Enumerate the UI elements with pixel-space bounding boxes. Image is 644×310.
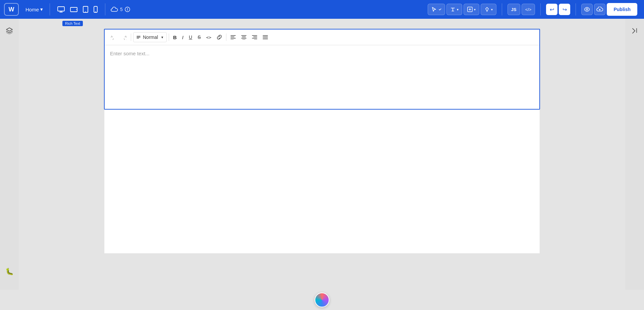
bottom-bar bbox=[0, 290, 644, 310]
publish-group: Publish bbox=[579, 3, 640, 16]
device-view-group bbox=[53, 5, 102, 14]
format-dropdown-label: Normal bbox=[143, 35, 158, 40]
toolbar-sep-1 bbox=[131, 34, 131, 41]
tablet-portrait-view-button[interactable] bbox=[81, 5, 90, 14]
nav-divider-2 bbox=[105, 3, 105, 15]
svg-rect-0 bbox=[58, 7, 64, 11]
history-group: JS </> bbox=[505, 4, 538, 15]
cloud-count: 5 bbox=[120, 7, 123, 12]
link-button[interactable] bbox=[215, 32, 224, 42]
editor-redo-button[interactable] bbox=[119, 32, 129, 42]
preview-button[interactable] bbox=[581, 4, 593, 15]
redo-button[interactable]: ↪ bbox=[559, 4, 570, 15]
svg-point-4 bbox=[85, 11, 86, 12]
inline-code-button[interactable]: <> bbox=[204, 32, 213, 42]
cursor-tool-button[interactable] bbox=[428, 4, 445, 15]
nav-divider-1 bbox=[50, 3, 50, 15]
home-chevron-icon: ▾ bbox=[40, 6, 43, 12]
right-toolbar-group: ▾ ▾ ▾ bbox=[425, 4, 499, 15]
editor-toolbar: Normal ▾ B I U S <> bbox=[105, 29, 539, 45]
bug-report-area: 🐛 bbox=[3, 265, 16, 278]
editor-undo-button[interactable] bbox=[109, 32, 118, 42]
strikethrough-button[interactable]: S bbox=[196, 32, 203, 42]
format-style-dropdown[interactable]: Normal ▾ bbox=[133, 32, 167, 42]
tablet-landscape-view-button[interactable] bbox=[68, 5, 79, 14]
underline-button[interactable]: U bbox=[187, 32, 194, 42]
mobile-view-button[interactable] bbox=[92, 5, 100, 14]
toolbar-sep-3 bbox=[226, 34, 226, 41]
logo-button[interactable]: W bbox=[4, 3, 19, 16]
save-to-cloud-button[interactable] bbox=[594, 4, 605, 15]
top-navigation: W Home ▾ bbox=[0, 0, 644, 19]
left-sidebar: 🐛 bbox=[0, 19, 19, 290]
bug-report-button[interactable]: 🐛 bbox=[3, 265, 16, 278]
desktop-view-button[interactable] bbox=[55, 5, 67, 14]
italic-button[interactable]: I bbox=[180, 32, 185, 42]
right-panel-button[interactable] bbox=[628, 24, 641, 37]
nav-divider-3 bbox=[502, 3, 502, 15]
shape-tool-button[interactable]: ▾ bbox=[481, 4, 496, 15]
format-dropdown-chevron: ▾ bbox=[161, 35, 163, 40]
undo-button[interactable]: ↩ bbox=[546, 4, 557, 15]
editor-placeholder: Enter some text... bbox=[110, 51, 150, 56]
align-justify-button[interactable] bbox=[261, 32, 270, 42]
home-button[interactable]: Home ▾ bbox=[21, 4, 47, 14]
svg-rect-1 bbox=[70, 7, 77, 12]
cloud-save-indicator: 5 bbox=[108, 7, 133, 12]
below-editor-area bbox=[104, 110, 540, 254]
code-editor-button[interactable]: </> bbox=[522, 4, 535, 15]
svg-point-6 bbox=[95, 11, 96, 12]
rich-text-editor[interactable]: Normal ▾ B I U S <> bbox=[104, 29, 540, 110]
editor-content-area[interactable]: Enter some text... bbox=[105, 45, 539, 109]
editor-wrapper: Normal ▾ B I U S <> bbox=[104, 29, 540, 290]
rich-text-badge: Rich Text bbox=[62, 21, 83, 26]
svg-point-2 bbox=[76, 9, 77, 10]
nav-divider-5 bbox=[576, 3, 576, 15]
logo-icon: W bbox=[9, 6, 14, 13]
right-sidebar bbox=[625, 19, 644, 290]
nav-divider-4 bbox=[540, 3, 541, 15]
canvas-area[interactable]: Rich Text bbox=[19, 19, 625, 290]
layers-panel-button[interactable] bbox=[3, 24, 16, 37]
ai-assistant-orb[interactable] bbox=[315, 293, 329, 307]
toolbar-sep-2 bbox=[169, 34, 169, 41]
home-label: Home bbox=[25, 7, 39, 12]
align-right-button[interactable] bbox=[250, 32, 259, 42]
add-element-button[interactable]: ▾ bbox=[464, 4, 479, 15]
text-tool-button[interactable]: ▾ bbox=[446, 4, 462, 15]
publish-button[interactable]: Publish bbox=[607, 3, 637, 16]
undo-redo-group: ↩ ↪ bbox=[543, 4, 573, 15]
align-left-button[interactable] bbox=[228, 32, 238, 42]
svg-point-9 bbox=[586, 9, 588, 10]
align-center-button[interactable] bbox=[239, 32, 249, 42]
main-area: 🐛 Rich Text bbox=[0, 19, 644, 290]
js-button[interactable]: JS bbox=[507, 4, 520, 15]
bold-button[interactable]: B bbox=[171, 32, 179, 42]
